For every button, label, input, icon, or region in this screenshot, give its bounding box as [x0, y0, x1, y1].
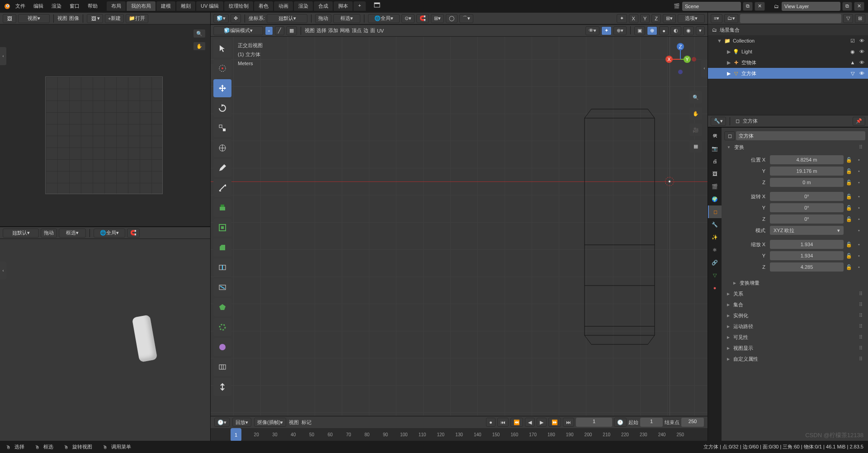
nav-gizmo[interactable]: X Y Z [662, 41, 698, 77]
tab-uv[interactable]: UV 编辑 [196, 1, 223, 11]
panel-delta[interactable]: 变换增量 [724, 277, 865, 288]
lock-icon[interactable]: 🔓 [844, 240, 854, 249]
tool-loopcut[interactable] [213, 258, 231, 277]
play-button[interactable]: ▶ [537, 418, 547, 427]
current-frame-field[interactable]: 1 [576, 418, 612, 427]
tab-my-layout[interactable]: 我的布局 [127, 1, 156, 11]
tool-knife[interactable] [213, 278, 231, 296]
scale-y-field[interactable]: 1.934 [770, 251, 844, 260]
ptab-tool[interactable]: 🛠 [708, 129, 722, 142]
vp-menu-face[interactable]: 面 [370, 27, 375, 34]
outliner-display-mode[interactable]: 🗂▾ [724, 14, 738, 23]
ptab-render[interactable]: 📷 [708, 142, 722, 155]
tool-cursor[interactable] [213, 59, 231, 77]
vp-menu-vertex[interactable]: 顶点 [352, 27, 362, 34]
image-open-button[interactable]: 📁 打开 [126, 14, 148, 23]
uv-sidebar-toggle[interactable]: ‹ [0, 47, 6, 65]
tool-move[interactable] [213, 79, 231, 97]
jump-prev-key-button[interactable]: ⏪ [510, 418, 523, 427]
tool-polybuild[interactable] [213, 298, 231, 316]
restrict-toggle-icon[interactable]: ☑ [849, 37, 856, 44]
timeline-editor-type[interactable]: 🕐▾ [214, 418, 230, 427]
tab-texpaint[interactable]: 纹理绘制 [224, 1, 253, 11]
ptab-modifier[interactable]: 🔧 [708, 218, 722, 231]
rot-x-field[interactable]: 0° [770, 192, 844, 201]
uv-mode-dropdown[interactable]: 视图 ▾ [18, 14, 50, 23]
menu-render[interactable]: 渲染 [48, 1, 65, 11]
uv-zoom-button[interactable]: 🔍 [193, 29, 206, 38]
tab-shading[interactable]: 着色 [254, 1, 273, 11]
visibility-dropdown[interactable]: 👁▾ [585, 26, 599, 35]
anim-dot-icon[interactable]: • [854, 262, 863, 272]
ptab-constraint[interactable]: 🔗 [708, 256, 722, 269]
object-data-icon-button[interactable]: ◻ [724, 131, 735, 140]
frame-lock-button[interactable]: 🕐 [614, 418, 627, 427]
image-browse-button[interactable]: 🖼▾ [87, 14, 103, 23]
ptab-scene[interactable]: 🎬 [708, 180, 722, 193]
jump-start-button[interactable]: ⏮ [497, 418, 509, 427]
properties-pin-button[interactable]: 📌 [853, 117, 865, 126]
play-reverse-button[interactable]: ◀ [525, 418, 535, 427]
timeline-ruler[interactable]: 1 10203040506070809010011012013014015016… [211, 428, 708, 441]
shading-dropdown[interactable]: ▾ [696, 26, 705, 35]
edge-select-mode[interactable]: ╱ [275, 26, 284, 35]
tool-inset[interactable] [213, 219, 231, 237]
nav-persp-button[interactable]: ▦ [689, 140, 702, 153]
panel-motionpath[interactable]: 运动路径⠿ [724, 321, 865, 332]
tool-spin[interactable] [213, 318, 231, 336]
vp-menu-add[interactable]: 添加 [328, 27, 338, 34]
panel-viewdisplay[interactable]: 视图显示⠿ [724, 343, 865, 353]
tab-render[interactable]: 渲染 [294, 1, 313, 11]
nav-pan-button[interactable]: ✋ [689, 107, 702, 120]
empty-data-icon[interactable]: ▲ [849, 59, 856, 66]
nav-zoom-button[interactable]: 🔍 [689, 91, 702, 104]
lock-icon[interactable]: 🔓 [844, 215, 854, 224]
face-select-mode[interactable]: ▩ [286, 26, 297, 35]
panel-transform[interactable]: 变换⠿ [724, 142, 865, 153]
editor-type-uv[interactable]: 🖼 [3, 14, 16, 23]
lock-icon[interactable]: 🔓 [844, 203, 854, 212]
tool-rotate[interactable] [213, 99, 231, 117]
jump-next-key-button[interactable]: ⏩ [548, 418, 561, 427]
snap-dropdown[interactable]: ⊞▾ [431, 14, 444, 23]
loc-z-field[interactable]: 0 m [770, 178, 844, 187]
outliner-row-light[interactable]: ▶ 💡 Light ◉ 👁 [708, 46, 868, 57]
preview-snap-button[interactable]: 🧲 [127, 229, 140, 238]
outliner-filter-button[interactable]: ▽ [843, 14, 853, 23]
proportional-dropdown[interactable]: ⌒▾ [459, 14, 473, 23]
eye-icon[interactable]: 👁 [858, 59, 865, 66]
gizmo-visibility[interactable]: ✦ [601, 26, 612, 35]
outliner-row-cube[interactable]: ▶ ▽ 立方体 ▽ 👁 [708, 68, 868, 79]
drag-action-dropdown[interactable]: 拖动 [315, 14, 331, 23]
tab-layout[interactable]: 布局 [107, 1, 126, 11]
panel-instancing[interactable]: 实例化⠿ [724, 310, 865, 321]
tool-extrude[interactable] [213, 199, 231, 217]
pivot-dropdown[interactable]: ⊙▾ [401, 14, 415, 23]
tool-select[interactable] [213, 39, 231, 57]
lock-icon[interactable]: 🔓 [844, 167, 854, 176]
uv-menu-view[interactable]: 视图 [57, 15, 67, 22]
lock-icon[interactable]: 🔓 [844, 262, 854, 272]
tab-anim[interactable]: 动画 [274, 1, 293, 11]
scene-name-field[interactable] [682, 2, 741, 11]
outliner-search-field[interactable] [740, 14, 841, 23]
tool-measure[interactable] [213, 179, 231, 197]
select-mode-dropdown[interactable]: 框选 ▾ [333, 14, 360, 23]
rot-z-field[interactable]: 0° [770, 215, 844, 224]
vp-sidebar-toggle[interactable]: ‹ [701, 59, 708, 77]
layer-delete-button[interactable]: ✕ [854, 2, 864, 11]
anim-dot-icon[interactable]: • [854, 240, 863, 249]
jump-end-button[interactable]: ⏭ [563, 418, 574, 427]
lock-icon[interactable]: 🔓 [844, 251, 854, 260]
shading-matprev[interactable]: ◐ [670, 26, 681, 35]
options-dropdown[interactable]: 选项 ▾ [678, 14, 705, 23]
tab-script[interactable]: 脚本 [334, 1, 353, 11]
lock-icon[interactable]: 🔓 [844, 155, 854, 164]
ptab-world[interactable]: 🌍 [708, 193, 722, 205]
vertex-select-mode[interactable]: ▫ [265, 26, 273, 35]
anim-dot-icon[interactable]: • [854, 215, 863, 224]
vp-menu-edge[interactable]: 边 [363, 27, 368, 34]
viewlayer-name-field[interactable] [782, 2, 840, 11]
outliner-editor-type[interactable]: ≡▾ [711, 14, 722, 23]
axis-z-toggle[interactable]: Z [651, 14, 661, 23]
